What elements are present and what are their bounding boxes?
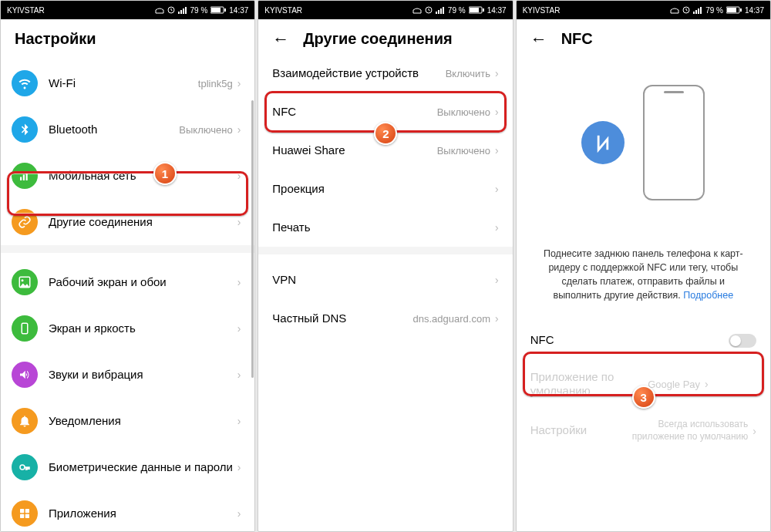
chevron-right-icon: › bbox=[705, 378, 709, 390]
value: Всегда использовать приложение по умолча… bbox=[609, 419, 748, 443]
nfc-logo-icon bbox=[581, 121, 625, 164]
carrier-label: KYIVSTAR bbox=[264, 6, 302, 15]
svg-rect-18 bbox=[438, 10, 439, 14]
back-button[interactable]: ← bbox=[272, 31, 289, 48]
value: Выключено bbox=[437, 145, 490, 157]
key-icon bbox=[12, 454, 38, 480]
status-bar: KYIVSTAR 79 % 14:37 bbox=[517, 1, 770, 19]
row-mobile[interactable]: Мобильная сеть › bbox=[1, 153, 254, 199]
svg-point-11 bbox=[20, 465, 25, 470]
svg-rect-30 bbox=[727, 8, 736, 12]
label: Взаимодействие устройств bbox=[272, 66, 445, 81]
row-nfc[interactable]: NFC Выключено › bbox=[258, 93, 512, 131]
svg-rect-7 bbox=[224, 8, 226, 12]
row-notifications[interactable]: Уведомления › bbox=[1, 398, 254, 444]
screen-settings: KYIVSTAR 79 % 14:37 Настройки Wi-Fi tpli… bbox=[0, 0, 255, 532]
value: Включить bbox=[446, 68, 490, 79]
apps-icon bbox=[12, 500, 38, 527]
label: Частный DNS bbox=[272, 311, 412, 326]
row-wifi[interactable]: Wi-Fi tplink5g › bbox=[1, 60, 254, 106]
svg-rect-31 bbox=[740, 8, 742, 12]
battery-label: 79 % bbox=[190, 6, 208, 15]
time-label: 14:37 bbox=[487, 6, 507, 15]
chevron-right-icon: › bbox=[495, 106, 499, 118]
carrier-label: KYIVSTAR bbox=[7, 6, 45, 15]
row-sound[interactable]: Звуки и вибрация › bbox=[1, 352, 254, 398]
speaker-icon bbox=[12, 362, 38, 388]
svg-rect-28 bbox=[700, 7, 702, 14]
chevron-right-icon: › bbox=[495, 312, 499, 325]
svg-rect-2 bbox=[180, 10, 182, 14]
status-bar: KYIVSTAR 79 % 14:37 bbox=[258, 1, 512, 19]
sound-label: Звуки и вибрация bbox=[49, 368, 237, 382]
bio-label: Биометрические данные и пароли bbox=[49, 460, 237, 475]
status-right: 79 % 14:37 bbox=[670, 6, 764, 15]
nfc-status-icon bbox=[412, 6, 422, 14]
phone-outline-icon bbox=[643, 85, 705, 200]
image-icon bbox=[12, 269, 38, 295]
label: Проекция bbox=[272, 182, 495, 197]
svg-rect-25 bbox=[693, 12, 695, 14]
row-projection[interactable]: Проекция › bbox=[258, 170, 512, 208]
row-nfc-toggle[interactable]: NFC bbox=[517, 322, 770, 360]
chevron-right-icon: › bbox=[237, 123, 241, 136]
row-home-wallpaper[interactable]: Рабочий экран и обои › bbox=[1, 259, 254, 305]
svg-rect-26 bbox=[695, 10, 697, 14]
nfc-help-text: Поднесите заднюю панель телефона к карт-… bbox=[517, 239, 770, 315]
label: Приложение по умолчанию bbox=[530, 370, 648, 399]
mobile-label: Мобильная сеть bbox=[49, 169, 237, 184]
chevron-right-icon: › bbox=[237, 170, 241, 182]
nfc-toggle-switch[interactable] bbox=[729, 334, 756, 348]
signal-icon bbox=[693, 6, 702, 14]
label: NFC bbox=[530, 333, 729, 348]
svg-rect-17 bbox=[436, 12, 437, 14]
back-button[interactable]: ← bbox=[530, 31, 547, 48]
row-apps[interactable]: Приложения › bbox=[1, 490, 254, 531]
chevron-right-icon: › bbox=[495, 274, 499, 286]
chevron-right-icon: › bbox=[495, 144, 499, 157]
chevron-right-icon: › bbox=[495, 221, 499, 234]
chevron-right-icon: › bbox=[237, 276, 241, 288]
svg-rect-13 bbox=[25, 509, 29, 513]
label: VPN bbox=[272, 273, 495, 288]
bluetooth-value: Выключено bbox=[179, 124, 232, 136]
alarm-icon bbox=[425, 6, 433, 14]
row-display[interactable]: Экран и яркость › bbox=[1, 305, 254, 352]
link-icon bbox=[12, 209, 38, 235]
signal-icon bbox=[436, 6, 445, 14]
chevron-right-icon: › bbox=[752, 425, 756, 437]
row-other-connections[interactable]: Другие соединения › bbox=[1, 199, 254, 245]
notif-label: Уведомления bbox=[49, 414, 237, 429]
label: Huawei Share bbox=[272, 143, 436, 158]
more-link[interactable]: Подробнее bbox=[683, 290, 733, 301]
header: ← NFC bbox=[517, 19, 770, 54]
row-huawei-share[interactable]: Huawei Share Выключено › bbox=[258, 131, 512, 170]
battery-label: 79 % bbox=[448, 6, 466, 15]
label: NFC bbox=[272, 105, 436, 120]
row-private-dns[interactable]: Частный DNS dns.adguard.com › bbox=[258, 299, 512, 338]
svg-rect-15 bbox=[25, 514, 29, 518]
wifi-label: Wi-Fi bbox=[49, 76, 198, 91]
header: ← Другие соединения bbox=[258, 19, 512, 54]
row-print[interactable]: Печать › bbox=[258, 208, 512, 247]
wifi-icon bbox=[12, 70, 38, 96]
row-bluetooth[interactable]: Bluetooth Выключено › bbox=[1, 106, 254, 153]
home-label: Рабочий экран и обои bbox=[49, 275, 237, 290]
time-label: 14:37 bbox=[229, 6, 248, 15]
row-device-interaction[interactable]: Взаимодействие устройств Включить › bbox=[258, 54, 512, 93]
svg-point-9 bbox=[22, 279, 24, 281]
nfc-status-icon bbox=[155, 6, 164, 14]
chevron-right-icon: › bbox=[495, 67, 499, 79]
chevron-right-icon: › bbox=[237, 216, 241, 228]
nfc-status-icon bbox=[670, 6, 679, 14]
content: Взаимодействие устройств Включить › NFC … bbox=[258, 54, 512, 531]
svg-rect-14 bbox=[20, 514, 24, 518]
row-vpn[interactable]: VPN › bbox=[258, 261, 512, 299]
status-right: 79 % 14:37 bbox=[155, 6, 249, 15]
phone-icon bbox=[12, 315, 38, 342]
nfc-illustration bbox=[517, 54, 770, 239]
content: Wi-Fi tplink5g › Bluetooth Выключено › М… bbox=[1, 54, 254, 531]
row-biometrics[interactable]: Биометрические данные и пароли › bbox=[1, 444, 254, 490]
svg-rect-27 bbox=[698, 8, 699, 14]
content: Поднесите заднюю панель телефона к карт-… bbox=[517, 54, 770, 531]
